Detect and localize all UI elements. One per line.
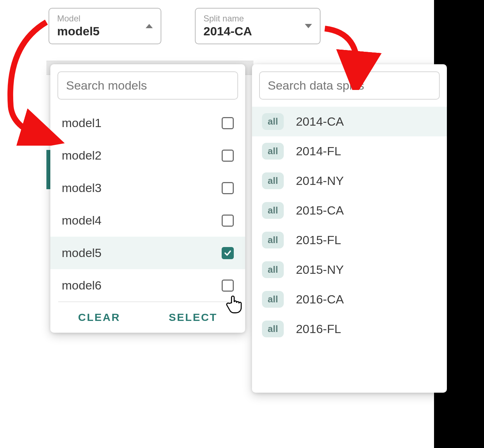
split-dropdown-value: 2014-CA <box>203 24 252 39</box>
checkbox-icon[interactable] <box>222 150 234 162</box>
model-dropdown-label: Model <box>57 14 100 24</box>
split-option[interactable]: all2014-CA <box>252 107 447 136</box>
split-option-label: 2016-FL <box>296 322 341 336</box>
chevron-up-icon <box>146 24 153 28</box>
all-badge: all <box>262 291 284 308</box>
model-option[interactable]: model2 <box>50 139 245 172</box>
split-search-input[interactable] <box>259 71 440 100</box>
checkbox-icon[interactable] <box>222 117 234 129</box>
split-option[interactable]: all2015-FL <box>252 225 447 255</box>
model-option-label: model4 <box>62 213 102 227</box>
split-option-label: 2014-NY <box>296 174 344 188</box>
model-option[interactable]: model3 <box>50 172 245 204</box>
all-badge: all <box>262 232 284 248</box>
split-panel: all2014-CAall2014-FLall2014-NYall2015-CA… <box>252 64 447 393</box>
all-badge: all <box>262 202 284 219</box>
split-dropdown-label: Split name <box>203 14 252 24</box>
model-option-label: model5 <box>62 246 102 260</box>
model-option[interactable]: model6 <box>50 269 245 302</box>
checkbox-icon[interactable] <box>222 215 234 227</box>
model-option-label: model2 <box>62 149 102 162</box>
split-option[interactable]: all2015-NY <box>252 255 447 285</box>
all-badge: all <box>262 113 284 130</box>
all-badge: all <box>262 143 284 160</box>
model-option-label: model3 <box>62 181 102 195</box>
model-panel: model1model2model3model4model5model6 CLE… <box>50 64 245 333</box>
chevron-down-icon <box>305 24 312 28</box>
split-option[interactable]: all2014-FL <box>252 136 447 166</box>
model-option[interactable]: model1 <box>50 107 245 139</box>
split-option-label: 2014-FL <box>296 144 341 158</box>
model-option-label: model6 <box>62 278 102 292</box>
all-badge: all <box>262 321 284 337</box>
split-option-label: 2015-FL <box>296 233 341 247</box>
all-badge: all <box>262 261 284 278</box>
split-option[interactable]: all2015-CA <box>252 196 447 225</box>
split-option[interactable]: all2016-FL <box>252 314 447 344</box>
checkbox-icon[interactable] <box>222 280 234 292</box>
split-option[interactable]: all2016-CA <box>252 285 447 314</box>
all-badge: all <box>262 172 284 189</box>
split-option-label: 2015-NY <box>296 263 344 277</box>
model-option-label: model1 <box>62 116 102 130</box>
checkbox-icon[interactable] <box>222 182 234 194</box>
checkbox-icon[interactable] <box>222 247 234 259</box>
split-option[interactable]: all2014-NY <box>252 166 447 196</box>
select-button[interactable]: SELECT <box>169 311 217 323</box>
clear-button[interactable]: CLEAR <box>78 311 120 323</box>
model-list: model1model2model3model4model5model6 <box>50 107 245 302</box>
split-option-label: 2015-CA <box>296 203 344 217</box>
split-option-label: 2016-CA <box>296 292 344 306</box>
model-dropdown-value: model5 <box>57 24 100 39</box>
model-option[interactable]: model4 <box>50 204 245 237</box>
split-option-label: 2014-CA <box>296 115 344 129</box>
model-search-input[interactable] <box>57 71 238 100</box>
split-dropdown[interactable]: Split name 2014-CA <box>195 8 321 44</box>
model-option[interactable]: model5 <box>50 237 245 269</box>
model-dropdown[interactable]: Model model5 <box>49 8 161 44</box>
split-list: all2014-CAall2014-FLall2014-NYall2015-CA… <box>252 107 447 344</box>
